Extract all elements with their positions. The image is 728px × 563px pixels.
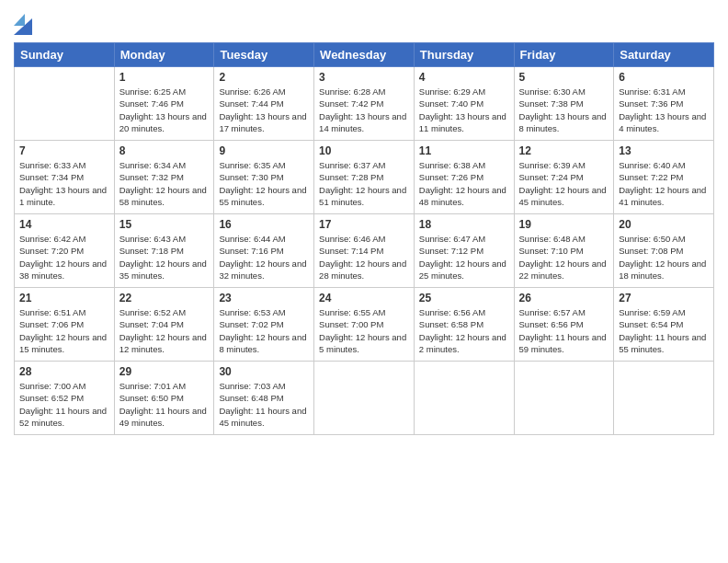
weekday-header-row: SundayMondayTuesdayWednesdayThursdayFrid… [15, 43, 714, 67]
day-number: 23 [219, 292, 309, 304]
day-cell: 13Sunrise: 6:40 AMSunset: 7:22 PMDayligh… [614, 141, 714, 214]
day-cell: 23Sunrise: 6:53 AMSunset: 7:02 PMDayligh… [214, 288, 314, 362]
day-number: 2 [219, 71, 309, 84]
day-cell [614, 362, 714, 435]
day-cell: 9Sunrise: 6:35 AMSunset: 7:30 PMDaylight… [214, 141, 314, 214]
day-number: 7 [19, 144, 109, 157]
day-info: Sunrise: 6:38 AMSunset: 7:26 PMDaylight:… [419, 159, 509, 208]
day-info: Sunrise: 6:56 AMSunset: 6:58 PMDaylight:… [419, 306, 509, 355]
week-row-5: 28Sunrise: 7:00 AMSunset: 6:52 PMDayligh… [15, 362, 714, 435]
day-number: 29 [119, 365, 210, 378]
day-cell: 12Sunrise: 6:39 AMSunset: 7:24 PMDayligh… [514, 141, 614, 214]
day-number: 17 [319, 218, 409, 231]
day-number: 28 [19, 365, 109, 378]
header [14, 9, 714, 35]
day-info: Sunrise: 6:40 AMSunset: 7:22 PMDaylight:… [619, 159, 709, 208]
day-number: 13 [619, 144, 709, 157]
day-info: Sunrise: 6:42 AMSunset: 7:20 PMDaylight:… [19, 233, 109, 282]
day-cell: 17Sunrise: 6:46 AMSunset: 7:14 PMDayligh… [314, 214, 415, 288]
day-info: Sunrise: 6:55 AMSunset: 7:00 PMDaylight:… [319, 306, 409, 355]
day-cell: 28Sunrise: 7:00 AMSunset: 6:52 PMDayligh… [15, 362, 115, 435]
day-info: Sunrise: 6:51 AMSunset: 7:06 PMDaylight:… [19, 306, 109, 355]
day-cell: 29Sunrise: 7:01 AMSunset: 6:50 PMDayligh… [114, 362, 214, 435]
weekday-header-wednesday: Wednesday [314, 43, 415, 67]
day-info: Sunrise: 6:50 AMSunset: 7:08 PMDaylight:… [619, 233, 709, 282]
day-info: Sunrise: 6:44 AMSunset: 7:16 PMDaylight:… [219, 233, 309, 282]
day-cell: 6Sunrise: 6:31 AMSunset: 7:36 PMDaylight… [614, 67, 714, 141]
day-cell [414, 362, 514, 435]
day-info: Sunrise: 6:39 AMSunset: 7:24 PMDaylight:… [519, 159, 609, 208]
day-number: 6 [619, 71, 709, 84]
weekday-header-saturday: Saturday [614, 43, 714, 67]
day-info: Sunrise: 6:25 AMSunset: 7:46 PMDaylight:… [119, 86, 210, 134]
day-number: 24 [319, 292, 409, 304]
day-info: Sunrise: 6:30 AMSunset: 7:38 PMDaylight:… [519, 86, 609, 134]
day-info: Sunrise: 6:52 AMSunset: 7:04 PMDaylight:… [119, 306, 210, 355]
day-cell: 8Sunrise: 6:34 AMSunset: 7:32 PMDaylight… [114, 141, 214, 214]
day-cell [514, 362, 614, 435]
day-info: Sunrise: 7:01 AMSunset: 6:50 PMDaylight:… [119, 380, 210, 429]
day-number: 19 [519, 218, 609, 231]
day-number: 15 [119, 218, 210, 231]
day-number: 22 [119, 292, 210, 304]
day-cell: 27Sunrise: 6:59 AMSunset: 6:54 PMDayligh… [614, 288, 714, 362]
day-info: Sunrise: 6:35 AMSunset: 7:30 PMDaylight:… [219, 159, 309, 208]
weekday-header-sunday: Sunday [15, 43, 115, 67]
day-info: Sunrise: 6:29 AMSunset: 7:40 PMDaylight:… [419, 86, 509, 134]
weekday-header-friday: Friday [514, 43, 614, 67]
weekday-header-monday: Monday [114, 43, 214, 67]
day-number: 4 [419, 71, 509, 84]
day-number: 3 [319, 71, 409, 84]
day-info: Sunrise: 6:28 AMSunset: 7:42 PMDaylight:… [319, 86, 409, 134]
day-cell: 4Sunrise: 6:29 AMSunset: 7:40 PMDaylight… [414, 67, 514, 141]
weekday-header-tuesday: Tuesday [214, 43, 314, 67]
week-row-2: 7Sunrise: 6:33 AMSunset: 7:34 PMDaylight… [15, 141, 714, 214]
day-number: 25 [419, 292, 509, 304]
day-cell: 11Sunrise: 6:38 AMSunset: 7:26 PMDayligh… [414, 141, 514, 214]
day-number: 5 [519, 71, 609, 84]
day-info: Sunrise: 6:31 AMSunset: 7:36 PMDaylight:… [619, 86, 709, 134]
day-cell: 7Sunrise: 6:33 AMSunset: 7:34 PMDaylight… [15, 141, 115, 214]
day-cell: 26Sunrise: 6:57 AMSunset: 6:56 PMDayligh… [514, 288, 614, 362]
day-cell: 15Sunrise: 6:43 AMSunset: 7:18 PMDayligh… [114, 214, 214, 288]
day-info: Sunrise: 7:03 AMSunset: 6:48 PMDaylight:… [219, 380, 309, 429]
day-cell: 2Sunrise: 6:26 AMSunset: 7:44 PMDaylight… [214, 67, 314, 141]
week-row-3: 14Sunrise: 6:42 AMSunset: 7:20 PMDayligh… [15, 214, 714, 288]
day-info: Sunrise: 6:43 AMSunset: 7:18 PMDaylight:… [119, 233, 210, 282]
day-cell: 1Sunrise: 6:25 AMSunset: 7:46 PMDaylight… [114, 67, 214, 141]
day-cell: 24Sunrise: 6:55 AMSunset: 7:00 PMDayligh… [314, 288, 415, 362]
day-number: 20 [619, 218, 709, 231]
day-info: Sunrise: 6:53 AMSunset: 7:02 PMDaylight:… [219, 306, 309, 355]
day-cell: 21Sunrise: 6:51 AMSunset: 7:06 PMDayligh… [15, 288, 115, 362]
day-info: Sunrise: 6:59 AMSunset: 6:54 PMDaylight:… [619, 306, 709, 355]
day-number: 8 [119, 144, 210, 157]
day-info: Sunrise: 6:37 AMSunset: 7:28 PMDaylight:… [319, 159, 409, 208]
day-info: Sunrise: 6:57 AMSunset: 6:56 PMDaylight:… [519, 306, 609, 355]
page: SundayMondayTuesdayWednesdayThursdayFrid… [0, 0, 728, 563]
day-info: Sunrise: 6:33 AMSunset: 7:34 PMDaylight:… [19, 159, 109, 208]
day-cell: 16Sunrise: 6:44 AMSunset: 7:16 PMDayligh… [214, 214, 314, 288]
day-number: 11 [419, 144, 509, 157]
day-cell: 19Sunrise: 6:48 AMSunset: 7:10 PMDayligh… [514, 214, 614, 288]
day-info: Sunrise: 7:00 AMSunset: 6:52 PMDaylight:… [19, 380, 109, 429]
day-number: 12 [519, 144, 609, 157]
day-info: Sunrise: 6:46 AMSunset: 7:14 PMDaylight:… [319, 233, 409, 282]
day-cell: 22Sunrise: 6:52 AMSunset: 7:04 PMDayligh… [114, 288, 214, 362]
logo-icon [14, 9, 32, 35]
svg-marker-1 [14, 14, 25, 26]
calendar: SundayMondayTuesdayWednesdayThursdayFrid… [14, 42, 714, 435]
logo [14, 9, 36, 35]
day-number: 30 [219, 365, 309, 378]
day-cell: 18Sunrise: 6:47 AMSunset: 7:12 PMDayligh… [414, 214, 514, 288]
day-number: 10 [319, 144, 409, 157]
day-cell: 14Sunrise: 6:42 AMSunset: 7:20 PMDayligh… [15, 214, 115, 288]
day-cell: 10Sunrise: 6:37 AMSunset: 7:28 PMDayligh… [314, 141, 415, 214]
day-cell: 20Sunrise: 6:50 AMSunset: 7:08 PMDayligh… [614, 214, 714, 288]
day-number: 14 [19, 218, 109, 231]
day-cell: 25Sunrise: 6:56 AMSunset: 6:58 PMDayligh… [414, 288, 514, 362]
day-info: Sunrise: 6:34 AMSunset: 7:32 PMDaylight:… [119, 159, 210, 208]
day-number: 18 [419, 218, 509, 231]
weekday-header-thursday: Thursday [414, 43, 514, 67]
day-cell [15, 67, 115, 141]
day-cell: 3Sunrise: 6:28 AMSunset: 7:42 PMDaylight… [314, 67, 415, 141]
